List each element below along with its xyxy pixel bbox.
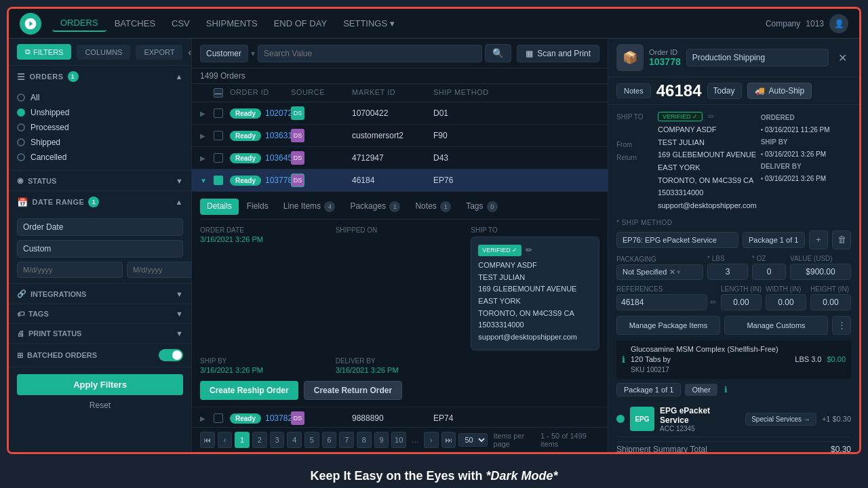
- page-4-btn[interactable]: 4: [287, 432, 302, 448]
- more-options-button[interactable]: ⋮: [832, 316, 851, 335]
- scan-print-button[interactable]: ▦ Scan and Print: [517, 45, 599, 62]
- page-8-btn[interactable]: 8: [357, 432, 372, 448]
- filter-all[interactable]: All: [17, 90, 183, 105]
- special-services-button[interactable]: Special Services →: [745, 413, 816, 426]
- page-last-btn[interactable]: ⏭: [441, 432, 456, 448]
- nav-csv[interactable]: CSV: [163, 16, 198, 31]
- nav-batches[interactable]: BATCHES: [106, 16, 163, 31]
- package-1-tab[interactable]: Package 1 of 1: [616, 383, 681, 396]
- search-button[interactable]: 🔍: [485, 44, 511, 62]
- columns-tab[interactable]: COLUMNS: [77, 45, 130, 60]
- per-page-select[interactable]: 50: [458, 433, 488, 447]
- clear-packaging-icon[interactable]: ✕: [669, 268, 675, 277]
- add-package-button[interactable]: +: [809, 230, 828, 249]
- status-section-header[interactable]: ◉ STATUS ▼: [9, 171, 191, 191]
- nav-orders[interactable]: ORDERS: [52, 15, 106, 32]
- nav-end-of-day[interactable]: END OF DAY: [266, 16, 336, 31]
- tab-fields[interactable]: Fields: [240, 199, 275, 215]
- row-checkbox[interactable]: [214, 153, 223, 163]
- carrier-radio[interactable]: [616, 415, 625, 423]
- edit-address-icon[interactable]: ✏: [708, 112, 715, 121]
- user-avatar[interactable]: 👤: [829, 14, 848, 33]
- page-3-btn[interactable]: 3: [270, 432, 285, 448]
- search-type-select[interactable]: Customer: [200, 45, 248, 62]
- expanded-row-summary[interactable]: ▼ Ready 103778 DS 46184 EP76: [192, 169, 608, 191]
- orders-section-header[interactable]: ☰ ORDERS 1 ▲: [9, 66, 191, 87]
- ref-input[interactable]: [616, 294, 707, 310]
- expand-icon[interactable]: ▶: [200, 110, 214, 117]
- page-prev-btn[interactable]: ‹: [218, 432, 233, 448]
- integrations-section-header[interactable]: 🔗 INTEGRATIONS ▼: [9, 284, 191, 304]
- shipping-type-select[interactable]: Production Shipping: [686, 49, 829, 66]
- edit-address-icon[interactable]: ✏: [526, 244, 532, 257]
- filter-unshipped[interactable]: Unshipped: [17, 105, 183, 120]
- row-checkbox[interactable]: [214, 108, 223, 118]
- expand-icon[interactable]: ▶: [200, 155, 214, 162]
- edit-ref-icon[interactable]: ✏: [710, 298, 717, 307]
- filter-processed[interactable]: Processed: [17, 120, 183, 135]
- notes-button[interactable]: Notes: [616, 83, 651, 98]
- reset-link[interactable]: Reset: [9, 398, 191, 413]
- order-link[interactable]: 103645: [265, 153, 292, 163]
- packaging-dropdown-icon[interactable]: ▾: [677, 268, 681, 277]
- print-status-header[interactable]: 🖨 PRINT STATUS ▼: [9, 324, 191, 344]
- manage-customs-button[interactable]: Manage Customs: [724, 316, 828, 335]
- order-link[interactable]: 102072: [265, 108, 292, 118]
- order-link[interactable]: 103631: [265, 131, 292, 140]
- delete-package-button[interactable]: 🗑: [832, 230, 851, 249]
- package-select[interactable]: Package 1 of 1: [743, 232, 805, 248]
- page-10-btn[interactable]: 10: [391, 432, 406, 448]
- height-input[interactable]: [810, 294, 851, 310]
- order-link[interactable]: 103782: [265, 413, 292, 423]
- batched-toggle[interactable]: [159, 349, 183, 361]
- date-from-input[interactable]: [17, 262, 123, 278]
- table-row[interactable]: ▶ Ready 103631 DS customersort2 F90: [192, 125, 608, 147]
- nav-settings[interactable]: SETTINGS ▾: [335, 16, 403, 31]
- other-tab[interactable]: Other: [685, 384, 717, 396]
- batched-orders-header[interactable]: ⊞ BATCHED ORDERS: [9, 344, 191, 367]
- ship-method-select[interactable]: EP76: EPG ePacket Service: [616, 232, 738, 248]
- page-1-btn[interactable]: 1: [235, 432, 250, 448]
- page-6-btn[interactable]: 6: [322, 432, 337, 448]
- value-input[interactable]: [790, 264, 851, 280]
- tab-details[interactable]: Details: [200, 199, 239, 215]
- lbs-input[interactable]: [707, 264, 748, 280]
- filter-cancelled[interactable]: Cancelled: [17, 150, 183, 165]
- expand-icon[interactable]: ▼: [200, 177, 214, 184]
- page-7-btn[interactable]: 7: [339, 432, 354, 448]
- tab-packages[interactable]: Packages 1: [343, 199, 407, 215]
- table-row[interactable]: ▶ Ready 103782 DS 9888890 EP74: [192, 407, 608, 427]
- sidebar-collapse-btn[interactable]: ‹: [188, 47, 191, 58]
- page-5-btn[interactable]: 5: [304, 432, 319, 448]
- apply-filters-button[interactable]: Apply Filters: [17, 374, 183, 395]
- expand-icon[interactable]: ▶: [200, 415, 214, 422]
- expand-icon[interactable]: ▶: [200, 132, 214, 140]
- page-next-btn[interactable]: ›: [424, 432, 439, 448]
- create-return-button[interactable]: Create Return Order: [304, 381, 402, 400]
- date-range-header[interactable]: 📅 DATE RANGE 1 ▲: [9, 191, 191, 213]
- packaging-select[interactable]: Not Specified ✕ ▾: [616, 264, 703, 280]
- custom-select[interactable]: Custom: [17, 240, 183, 258]
- table-row[interactable]: ▶ Ready 102072 DS 10700422 D01: [192, 102, 608, 125]
- tab-notes[interactable]: Notes 1: [408, 199, 458, 215]
- manage-package-items-button[interactable]: Manage Package Items: [616, 316, 720, 335]
- tab-line-items[interactable]: Line Items 4: [277, 199, 342, 215]
- page-2-btn[interactable]: 2: [252, 432, 267, 448]
- length-input[interactable]: [721, 294, 762, 310]
- order-link[interactable]: 103778: [265, 176, 292, 185]
- close-panel-button[interactable]: ✕: [834, 50, 851, 66]
- today-select[interactable]: Today: [707, 83, 742, 99]
- search-input[interactable]: [258, 45, 482, 62]
- filters-tab[interactable]: ⧉ FILTERS: [17, 44, 71, 60]
- tags-section-header[interactable]: 🏷 TAGS ▼: [9, 304, 191, 324]
- create-reship-button[interactable]: Create Reship Order: [200, 381, 298, 400]
- row-checkbox[interactable]: [214, 131, 223, 140]
- date-to-input[interactable]: [127, 262, 192, 278]
- export-tab[interactable]: EXPORT: [136, 45, 182, 60]
- info-tab-icon[interactable]: ℹ: [724, 385, 728, 394]
- nav-shipments[interactable]: SHIPMENTS: [198, 16, 266, 31]
- table-row[interactable]: ▶ Ready 103645 DS 4712947 D43: [192, 147, 608, 169]
- width-input[interactable]: [766, 294, 806, 310]
- oz-input[interactable]: [752, 264, 786, 280]
- tab-tags[interactable]: Tags 0: [459, 199, 505, 215]
